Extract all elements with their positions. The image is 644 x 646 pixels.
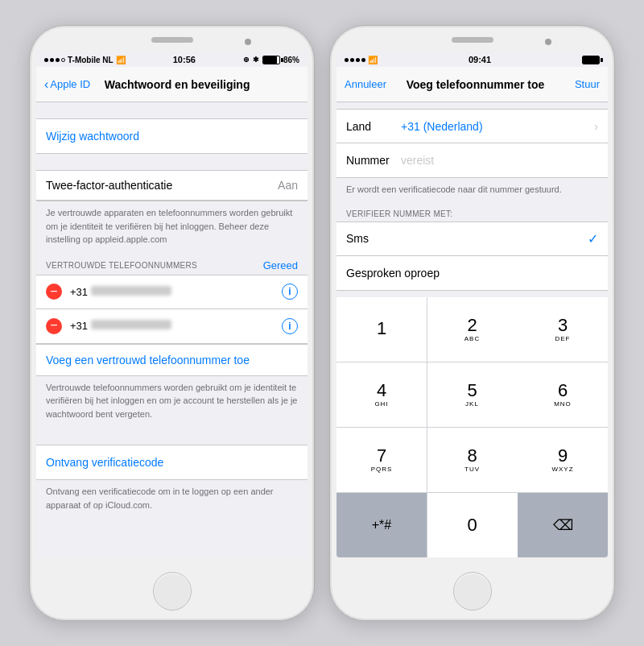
verify-sms-row[interactable]: Sms ✓ — [336, 222, 608, 256]
done-button[interactable]: Gereed — [263, 259, 298, 271]
numpad-key-5[interactable]: 5 JKL — [427, 362, 518, 428]
land-value: +31 (Nederland) — [401, 120, 594, 133]
time-label: 10:56 — [173, 55, 196, 64]
change-password-section: Wijzig wachtwoord — [36, 118, 308, 154]
numpad-key-1[interactable]: 1 — [336, 297, 427, 362]
numpad-digit-5: 5 — [467, 382, 477, 400]
add-number-label: Voeg een vertrouwd telefoonnummer toe — [46, 354, 250, 366]
save-button[interactable]: Stuur — [564, 78, 600, 90]
numpad-digit-9: 9 — [558, 447, 568, 465]
verify-note: Er wordt een verificatiecode naar dit nu… — [336, 178, 608, 205]
status-right: ⊕ ✱ 86% — [243, 56, 299, 64]
bt-icon: ✱ — [253, 56, 259, 64]
status-left: T-Mobile NL 📶 — [44, 56, 126, 64]
phones-container: T-Mobile NL 📶 10:56 ⊕ ✱ 86% ‹ Apple ID — [29, 25, 615, 621]
add-number-description: Vertrouwde telefoonnummers worden gebrui… — [36, 376, 308, 429]
nummer-row[interactable]: Nummer vereist — [336, 143, 608, 177]
back-label: Apple ID — [50, 78, 90, 90]
gap2-1 — [336, 102, 608, 109]
numpad-key-8[interactable]: 8 TUV — [427, 428, 518, 493]
phone2-screen: 📶 09:41 Annuleer Voeg telefoonnummer toe… — [336, 51, 608, 557]
minus-button-2[interactable] — [46, 318, 62, 334]
home-button1[interactable] — [153, 572, 192, 611]
screen-content1: Wijzig wachtwoord Twee-factor-authentica… — [36, 102, 308, 557]
info-button-2[interactable]: i — [282, 318, 298, 334]
add-number-section[interactable]: Voeg een vertrouwd telefoonnummer toe — [36, 344, 308, 376]
phone-prefix-1: +31 — [70, 286, 91, 298]
gap2 — [36, 154, 308, 170]
numpad-digit-2: 2 — [467, 317, 477, 334]
phone-number-1: +31 — [70, 286, 282, 298]
speaker — [151, 37, 193, 43]
info-button-1[interactable]: i — [282, 284, 298, 300]
numpad-key-0[interactable]: 0 — [427, 493, 518, 558]
phone1-top — [30, 26, 314, 43]
home-button2[interactable] — [453, 572, 492, 611]
minus-button-1[interactable] — [46, 284, 62, 300]
numpad-letters-3: DEF — [555, 335, 571, 342]
status-right2 — [582, 56, 600, 64]
dot2-4 — [361, 58, 365, 62]
numpad-letters-5: JKL — [465, 400, 479, 408]
numpad-letters-9: WXYZ — [551, 466, 573, 473]
location-icon: ⊕ — [243, 56, 250, 64]
phone-blur-1 — [91, 286, 171, 296]
numpad-key-6[interactable]: 6 MNO — [518, 362, 608, 428]
nummer-placeholder: vereist — [401, 154, 598, 167]
gap1 — [36, 102, 308, 118]
land-chevron-icon: › — [594, 120, 598, 133]
battery-fill — [263, 56, 277, 64]
camera-dot2 — [545, 39, 551, 45]
cancel-button[interactable]: Annuleer — [345, 78, 386, 90]
numpad-key-special[interactable]: +*# — [336, 493, 427, 558]
numpad-digit-3: 3 — [558, 317, 568, 334]
phone-row-1: +31 i — [36, 275, 308, 309]
nummer-label: Nummer — [346, 154, 401, 167]
dot3 — [56, 58, 60, 62]
numpad-key-2[interactable]: 2 ABC — [427, 297, 518, 362]
land-row[interactable]: Land +31 (Nederland) › — [336, 110, 608, 143]
numpad-digit-0: 0 — [467, 516, 477, 534]
two-factor-section: Twee-factor-authenticatie Aan — [36, 170, 308, 201]
form-section: Land +31 (Nederland) › Nummer vereist — [336, 109, 608, 178]
back-chevron-icon: ‹ — [44, 77, 48, 92]
numpad-key-4[interactable]: 4 GHI — [336, 362, 427, 428]
nav-bar2: Annuleer Voeg telefoonnummer toe Stuur — [336, 67, 608, 102]
numpad-digit-4: 4 — [377, 382, 386, 400]
back-button[interactable]: ‹ Apple ID — [44, 77, 90, 92]
verify-options-section: Sms ✓ Gesproken oproep — [336, 222, 608, 291]
battery-fill2 — [583, 56, 599, 64]
numpad-key-3[interactable]: 3 DEF — [518, 297, 608, 362]
change-password-row[interactable]: Wijzig wachtwoord — [36, 119, 308, 153]
phone-numbers-section: +31 i +31 i — [36, 275, 308, 344]
nav-bar1: ‹ Apple ID Wachtwoord en beveiliging — [36, 67, 308, 102]
two-factor-main: Twee-factor-authenticatie Aan — [46, 179, 298, 192]
numpad-key-9[interactable]: 9 WXYZ — [518, 428, 608, 493]
screen-content2: Land +31 (Nederland) › Nummer vereist Er… — [336, 102, 608, 557]
numpad-key-delete[interactable]: ⌫ — [518, 493, 608, 558]
numpad-letters-8: TUV — [464, 466, 480, 473]
change-password-label: Wijzig wachtwoord — [46, 130, 298, 143]
signal-dots — [44, 58, 65, 62]
delete-icon: ⌫ — [553, 518, 573, 532]
dot2-2 — [350, 58, 354, 62]
phone-prefix-2: +31 — [70, 320, 91, 332]
trusted-numbers-header: VERTROUWDE TELEFOONNUMMERS Gereed — [36, 255, 308, 275]
nav-title1: Wachtwoord en beveiliging — [90, 78, 264, 91]
wifi-icon: 📶 — [116, 56, 126, 64]
dot2-1 — [345, 58, 349, 62]
phone-row-2: +31 i — [36, 309, 308, 343]
trusted-numbers-header-label: VERTROUWDE TELEFOONNUMMERS — [46, 261, 197, 270]
numpad-digit-7: 7 — [377, 447, 386, 465]
dot1 — [44, 58, 48, 62]
phone1: T-Mobile NL 📶 10:56 ⊕ ✱ 86% ‹ Apple ID — [29, 25, 315, 621]
two-factor-description: Je vertrouwde apparaten en telefoonnumme… — [36, 201, 308, 255]
verify-code-row[interactable]: Ontvang verificatiecode — [36, 445, 308, 479]
wifi-icon2: 📶 — [368, 56, 378, 64]
verify-call-row[interactable]: Gesproken oproep — [336, 256, 608, 290]
signal-dots2 — [345, 58, 365, 62]
dot2-3 — [356, 58, 360, 62]
numpad-key-7[interactable]: 7 PQRS — [336, 428, 427, 493]
phone2: 📶 09:41 Annuleer Voeg telefoonnummer toe… — [329, 25, 615, 621]
verify-code-description: Ontvang een verificatiecode om in te log… — [36, 480, 308, 520]
